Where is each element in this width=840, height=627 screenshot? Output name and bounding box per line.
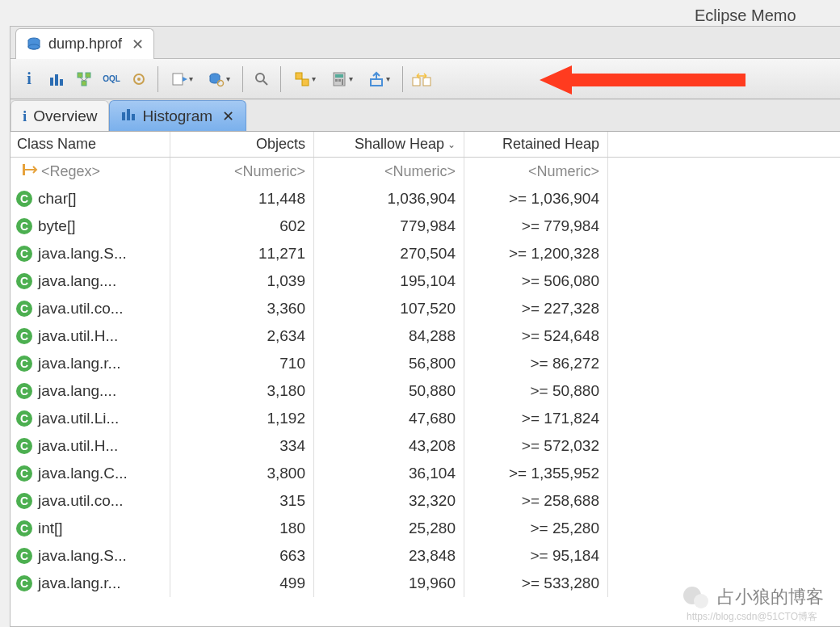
svg-rect-7 <box>82 81 86 86</box>
cell-objects: 11,271 <box>170 240 314 267</box>
table-row[interactable]: Cchar[]11,4481,036,904>= 1,036,904 <box>10 185 840 213</box>
cell-objects: 3,800 <box>170 460 314 487</box>
query-icon[interactable] <box>202 67 236 91</box>
svg-rect-3 <box>55 74 58 86</box>
column-header-objects[interactable]: Objects <box>170 132 314 157</box>
arrow-annotation <box>540 64 750 96</box>
cell-shallow: 25,280 <box>314 515 464 542</box>
cell-shallow: 32,320 <box>314 487 464 515</box>
cell-shallow: 195,104 <box>314 267 464 295</box>
table-row[interactable]: Cjava.lang.r...71056,800>= 86,272 <box>10 350 840 377</box>
table-row[interactable]: Cint[]18025,280>= 25,280 <box>10 515 840 542</box>
cell-retained: >= 25,280 <box>464 515 608 542</box>
cell-shallow: 56,800 <box>314 350 464 377</box>
table-row[interactable]: Cjava.lang....3,18050,880>= 50,880 <box>10 377 840 405</box>
cell-retained: >= 1,355,952 <box>464 460 608 487</box>
table-row[interactable]: Cjava.util.Li...1,19247,680>= 171,824 <box>10 405 840 432</box>
tab-histogram-label: Histogram <box>142 107 212 125</box>
column-header-shallow[interactable]: Shallow Heap⌄ <box>314 132 464 157</box>
table-row[interactable]: Cjava.util.H...2,63484,288>= 524,648 <box>10 322 840 350</box>
cell-retained: >= 1,036,904 <box>464 185 608 213</box>
watermark-sub: https://blog.csdn@51CTO博客 <box>687 610 817 624</box>
table-row[interactable]: Cjava.lang.S...11,271270,504>= 1,200,328 <box>10 240 840 267</box>
tab-histogram[interactable]: Histogram ✕ <box>109 100 246 131</box>
tree-icon[interactable] <box>72 67 96 91</box>
table-row[interactable]: Cjava.util.H...33443,208>= 572,032 <box>10 432 840 460</box>
cell-classname: Cjava.util.Li... <box>10 405 170 432</box>
svg-point-15 <box>217 80 223 86</box>
compare-icon[interactable] <box>410 67 434 91</box>
table-row[interactable]: Cjava.util.co...31532,320>= 258,688 <box>10 487 840 515</box>
toolbar-separator <box>280 66 281 92</box>
oql-icon[interactable]: OQL <box>99 67 124 91</box>
cell-classname: Cjava.lang.r... <box>10 570 170 597</box>
search-icon[interactable] <box>250 67 274 91</box>
table-header: Class Name Objects Shallow Heap⌄ Retaine… <box>10 132 840 158</box>
cell-classname: Cjava.lang.... <box>10 377 170 405</box>
cell-retained: >= 50,880 <box>464 377 608 405</box>
svg-rect-19 <box>302 79 309 86</box>
calculator-icon[interactable] <box>325 67 359 91</box>
cell-objects: 663 <box>170 542 314 570</box>
table-row[interactable]: Cjava.lang.C...3,80036,104>= 1,355,952 <box>10 460 840 487</box>
cell-classname: Cjava.util.co... <box>10 295 170 322</box>
cell-shallow: 1,036,904 <box>314 185 464 213</box>
file-tab-bar: dump.hprof ✕ <box>10 27 840 59</box>
filter-retained[interactable]: <Numeric> <box>464 158 608 185</box>
watermark: 占小狼的博客 <box>682 583 824 611</box>
cell-retained: >= 779,984 <box>464 213 608 240</box>
table-row[interactable]: Cjava.lang.S...66323,848>= 95,184 <box>10 542 840 570</box>
cell-retained: >= 533,280 <box>464 570 608 597</box>
cell-classname: Cbyte[] <box>10 213 170 240</box>
cell-classname: Cjava.lang.S... <box>10 542 170 570</box>
histogram-table: Class Name Objects Shallow Heap⌄ Retaine… <box>10 132 840 626</box>
histogram-icon[interactable] <box>44 67 69 91</box>
editor-area: dump.hprof ✕ i OQL <box>10 26 840 627</box>
filter-shallow[interactable]: <Numeric> <box>314 158 464 185</box>
svg-line-9 <box>84 78 88 81</box>
cell-retained: >= 506,080 <box>464 267 608 295</box>
cell-retained: >= 227,328 <box>464 295 608 322</box>
file-tab-dump[interactable]: dump.hprof ✕ <box>15 28 154 59</box>
tab-overview-label: Overview <box>33 107 97 125</box>
svg-rect-4 <box>60 79 63 86</box>
close-icon[interactable]: ✕ <box>222 107 234 125</box>
group-icon[interactable] <box>288 67 321 91</box>
cell-retained: >= 171,824 <box>464 405 608 432</box>
close-icon[interactable]: ✕ <box>132 36 144 53</box>
cell-classname: Cjava.util.H... <box>10 322 170 350</box>
filter-objects[interactable]: <Numeric> <box>170 158 314 185</box>
export-icon[interactable] <box>362 67 396 91</box>
cell-classname: Cjava.lang.C... <box>10 460 170 487</box>
cell-retained: >= 258,688 <box>464 487 608 515</box>
info-icon[interactable]: i <box>17 67 41 91</box>
cell-shallow: 107,520 <box>314 295 464 322</box>
column-header-retained[interactable]: Retained Heap <box>464 132 608 157</box>
column-header-classname[interactable]: Class Name <box>10 132 170 157</box>
filter-classname[interactable]: <Regex> <box>10 158 170 185</box>
table-row[interactable]: Cbyte[]602779,984>= 779,984 <box>10 213 840 240</box>
run-report-icon[interactable] <box>165 67 199 91</box>
svg-text:C: C <box>20 412 28 425</box>
svg-rect-31 <box>132 114 135 120</box>
cell-objects: 11,448 <box>170 185 314 213</box>
svg-rect-18 <box>296 73 302 79</box>
svg-text:C: C <box>20 275 28 288</box>
views-tab-bar: i Overview Histogram ✕ <box>10 99 840 132</box>
svg-text:C: C <box>20 220 28 233</box>
svg-point-64 <box>694 594 708 608</box>
svg-text:C: C <box>20 357 28 370</box>
svg-point-16 <box>256 74 264 82</box>
svg-rect-6 <box>86 73 90 78</box>
app-title: Eclipse Memo <box>695 6 796 25</box>
toolbar-separator <box>242 66 243 92</box>
svg-rect-29 <box>122 112 125 120</box>
table-row[interactable]: Cjava.lang....1,039195,104>= 506,080 <box>10 267 840 295</box>
svg-rect-30 <box>127 109 130 120</box>
cell-objects: 180 <box>170 515 314 542</box>
gear-icon[interactable] <box>127 67 151 91</box>
table-row[interactable]: Cjava.util.co...3,360107,520>= 227,328 <box>10 295 840 322</box>
histogram-icon <box>121 107 136 125</box>
cell-objects: 710 <box>170 350 314 377</box>
tab-overview[interactable]: i Overview <box>10 100 109 131</box>
